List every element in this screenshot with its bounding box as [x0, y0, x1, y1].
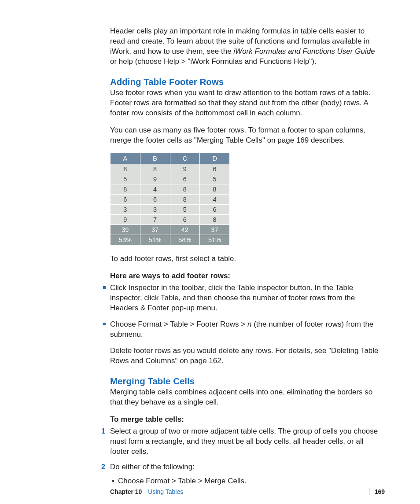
table-cell: 6	[200, 164, 230, 174]
footer-rows-bullet-list: Click Inspector in the toolbar, click th…	[110, 283, 380, 340]
section2-p1: Merging table cells combines adjacent ce…	[110, 387, 380, 408]
table-cell: 9	[170, 164, 200, 174]
table-cell: 8	[170, 195, 200, 205]
delete-footer-para: Delete footer rows as you would delete a…	[110, 346, 380, 366]
table-row: 8896	[111, 164, 230, 174]
bullet-1-text: Click Inspector in the toolbar, click th…	[110, 283, 355, 312]
table-footer-row: 39374237	[111, 225, 230, 235]
heading-merging-cells: Merging Table Cells	[110, 376, 380, 386]
example-table-head: ABCD	[111, 153, 230, 164]
document-page: Header cells play an important role in m…	[0, 0, 420, 504]
bullet-2-pre: Choose Format > Table > Footer Rows >	[110, 320, 247, 328]
table-header-cell: A	[111, 153, 140, 164]
table-cell: 3	[111, 205, 140, 215]
intro-italic-ref: iWork Formulas and Functions User Guide	[233, 47, 375, 55]
merge-substeps: Choose Format > Table > Merge Cells.	[110, 476, 380, 486]
step-1-text: Select a group of two or more adjacent t…	[110, 427, 378, 456]
table-cell: 6	[170, 174, 200, 184]
table-footer-cell: 37	[140, 225, 170, 235]
table-cell: 6	[170, 215, 200, 225]
example-table: ABCD 8896596584886684335697683937423753%…	[110, 152, 230, 245]
chapter-title: Using Tables	[148, 488, 363, 495]
table-cell: 8	[111, 184, 140, 195]
table-header-cell: B	[140, 153, 170, 164]
table-cell: 8	[200, 184, 230, 195]
list-item: 1 Select a group of two or more adjacent…	[101, 427, 380, 457]
table-footer-cell: 42	[170, 225, 200, 235]
page-footer: Chapter 10 Using Tables 169	[110, 488, 385, 495]
table-cell: 6	[140, 195, 170, 205]
heading-adding-footer-rows: Adding Table Footer Rows	[110, 77, 380, 87]
list-item: 2 Do either of the following: Choose For…	[101, 462, 380, 487]
table-cell: 8	[111, 164, 140, 174]
table-cell: 5	[111, 174, 140, 184]
section1-p2: You can use as many as five footer rows.…	[110, 125, 380, 146]
table-cell: 5	[200, 174, 230, 184]
table-footer-cell: 39	[111, 225, 140, 235]
intro-post: or help (choose Help > "iWork Formulas a…	[110, 57, 317, 66]
table-row: 3356	[111, 205, 230, 215]
table-cell: 4	[140, 184, 170, 195]
table-footer-cell: 53%	[111, 235, 140, 245]
table-cell: 9	[111, 215, 140, 225]
step-number-2: 2	[101, 462, 105, 472]
table-header-cell: D	[200, 153, 230, 164]
table-cell: 5	[170, 205, 200, 215]
list-item: Click Inspector in the toolbar, click th…	[103, 283, 380, 313]
table-footer-cell: 51%	[200, 235, 230, 245]
example-table-body: 8896596584886684335697683937423753%51%58…	[111, 164, 230, 245]
merge-steps-list: 1 Select a group of two or more adjacent…	[110, 427, 380, 487]
ways-heading: Here are ways to add footer rows:	[110, 271, 380, 281]
table-row: 6684	[111, 195, 230, 205]
page-number: 169	[375, 488, 385, 495]
section1-p1: Use footer rows when you want to draw at…	[110, 88, 380, 118]
table-footer-row: 53%51%58%51%	[111, 235, 230, 245]
list-item: Choose Format > Table > Footer Rows > n …	[103, 320, 380, 340]
table-cell: 8	[170, 184, 200, 195]
table-cell: 8	[140, 164, 170, 174]
table-footer-cell: 51%	[140, 235, 170, 245]
table-cell: 8	[200, 215, 230, 225]
table-cell: 9	[140, 174, 170, 184]
table-row: 8488	[111, 184, 230, 195]
chapter-label: Chapter 10	[110, 488, 142, 495]
table-footer-cell: 37	[200, 225, 230, 235]
intro-paragraph: Header cells play an important role in m…	[110, 26, 380, 67]
merge-steps-heading: To merge table cells:	[110, 415, 380, 425]
table-cell: 6	[111, 195, 140, 205]
table-row: 9768	[111, 215, 230, 225]
step-2-text: Do either of the following:	[110, 463, 195, 471]
table-header-cell: C	[170, 153, 200, 164]
table-cell: 6	[200, 205, 230, 215]
table-cell: 4	[200, 195, 230, 205]
after-table-paragraph: To add footer rows, first select a table…	[110, 254, 380, 264]
step-number-1: 1	[101, 427, 105, 436]
substep-1: Choose Format > Table > Merge Cells.	[118, 476, 380, 486]
table-footer-cell: 58%	[170, 235, 200, 245]
table-cell: 7	[140, 215, 170, 225]
table-cell: 3	[140, 205, 170, 215]
footer-divider	[369, 488, 369, 495]
table-row: 5965	[111, 174, 230, 184]
